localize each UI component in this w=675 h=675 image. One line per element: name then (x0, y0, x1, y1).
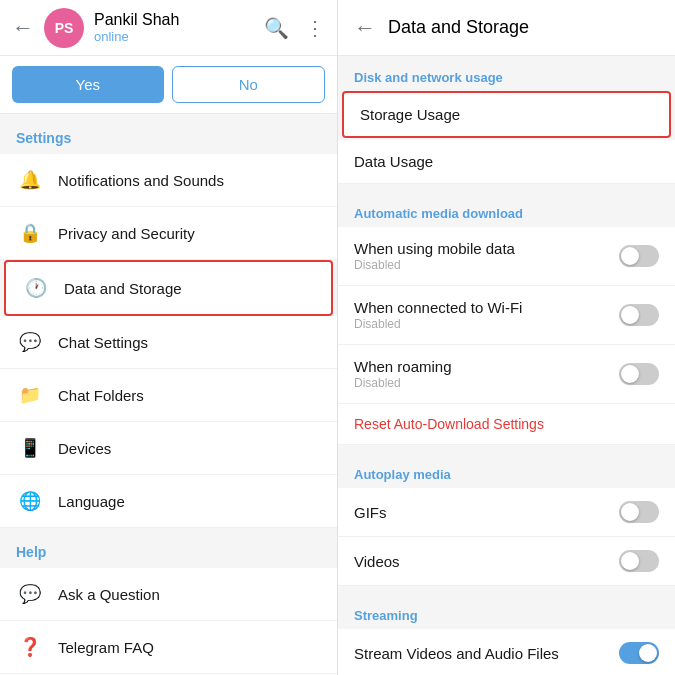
ask-icon: 💬 (16, 580, 44, 608)
notifications-icon: 🔔 (16, 166, 44, 194)
sidebar-item-label: Devices (58, 440, 111, 457)
no-button[interactable]: No (172, 66, 326, 103)
data-usage-item[interactable]: Data Usage (338, 140, 675, 184)
sidebar-item-data[interactable]: 🕐 Data and Storage (4, 260, 333, 316)
wifi-toggle[interactable] (619, 304, 659, 326)
sidebar-item-label: Language (58, 493, 125, 510)
reset-auto-download-link[interactable]: Reset Auto-Download Settings (338, 404, 675, 445)
settings-list: Settings 🔔 Notifications and Sounds 🔒 Pr… (0, 114, 337, 675)
disk-section-label: Disk and network usage (338, 56, 675, 91)
stream-videos-item[interactable]: Stream Videos and Audio Files (338, 629, 675, 675)
lock-icon: 🔒 (16, 219, 44, 247)
right-panel: ← Data and Storage Disk and network usag… (338, 0, 675, 675)
more-icon[interactable]: ⋮ (305, 16, 325, 40)
mobile-data-block: When using mobile data Disabled (354, 240, 619, 272)
header-icons: 🔍 ⋮ (264, 16, 325, 40)
gifs-label: GIFs (354, 504, 619, 521)
mobile-data-toggle[interactable] (619, 245, 659, 267)
settings-section-label: Settings (0, 114, 337, 154)
storage-usage-item[interactable]: Storage Usage (342, 91, 671, 138)
mobile-data-sub: Disabled (354, 258, 619, 272)
sidebar-item-language[interactable]: 🌐 Language (0, 475, 337, 528)
right-content: Disk and network usage Storage Usage Dat… (338, 56, 675, 675)
user-status: online (94, 29, 264, 44)
divider (338, 184, 675, 192)
videos-toggle[interactable] (619, 550, 659, 572)
sidebar-item-label: Data and Storage (64, 280, 182, 297)
wifi-sub: Disabled (354, 317, 619, 331)
avatar: PS (44, 8, 84, 48)
sidebar-item-label: Telegram FAQ (58, 639, 154, 656)
streaming-section-label: Streaming (338, 594, 675, 629)
sidebar-item-ask[interactable]: 💬 Ask a Question (0, 568, 337, 621)
sidebar-item-faq[interactable]: ❓ Telegram FAQ (0, 621, 337, 674)
roaming-item[interactable]: When roaming Disabled (338, 345, 675, 404)
sidebar-item-notifications[interactable]: 🔔 Notifications and Sounds (0, 154, 337, 207)
folder-icon: 📁 (16, 381, 44, 409)
videos-label: Videos (354, 553, 619, 570)
search-icon[interactable]: 🔍 (264, 16, 289, 40)
divider3 (338, 586, 675, 594)
yes-button[interactable]: Yes (12, 66, 164, 103)
device-icon: 📱 (16, 434, 44, 462)
sidebar-item-label: Ask a Question (58, 586, 160, 603)
videos-item[interactable]: Videos (338, 537, 675, 586)
page-title: Data and Storage (388, 17, 529, 38)
roaming-toggle[interactable] (619, 363, 659, 385)
clock-icon: 🕐 (22, 274, 50, 302)
sidebar-item-folders[interactable]: 📁 Chat Folders (0, 369, 337, 422)
help-section-label: Help (0, 528, 337, 568)
sidebar-item-label: Notifications and Sounds (58, 172, 224, 189)
sidebar-item-chat[interactable]: 💬 Chat Settings (0, 316, 337, 369)
globe-icon: 🌐 (16, 487, 44, 515)
sidebar-item-devices[interactable]: 📱 Devices (0, 422, 337, 475)
wifi-item[interactable]: When connected to Wi-Fi Disabled (338, 286, 675, 345)
roaming-title: When roaming (354, 358, 619, 375)
yes-no-bar: Yes No (0, 56, 337, 114)
chat-icon: 💬 (16, 328, 44, 356)
user-info: Pankil Shah online (94, 11, 264, 44)
data-usage-label: Data Usage (354, 153, 659, 170)
stream-videos-toggle[interactable] (619, 642, 659, 664)
user-name: Pankil Shah (94, 11, 264, 29)
right-header: ← Data and Storage (338, 0, 675, 56)
faq-icon: ❓ (16, 633, 44, 661)
sidebar-item-privacy[interactable]: 🔒 Privacy and Security (0, 207, 337, 260)
stream-videos-label: Stream Videos and Audio Files (354, 645, 619, 662)
back-button[interactable]: ← (12, 17, 34, 39)
storage-usage-label: Storage Usage (360, 106, 653, 123)
sidebar-item-label: Chat Folders (58, 387, 144, 404)
wifi-title: When connected to Wi-Fi (354, 299, 619, 316)
gifs-toggle[interactable] (619, 501, 659, 523)
auto-download-section-label: Automatic media download (338, 192, 675, 227)
wifi-block: When connected to Wi-Fi Disabled (354, 299, 619, 331)
gifs-item[interactable]: GIFs (338, 488, 675, 537)
left-panel: ← PS Pankil Shah online 🔍 ⋮ Yes No Setti… (0, 0, 338, 675)
mobile-data-title: When using mobile data (354, 240, 619, 257)
sidebar-item-label: Chat Settings (58, 334, 148, 351)
right-back-button[interactable]: ← (354, 15, 376, 41)
roaming-sub: Disabled (354, 376, 619, 390)
mobile-data-item[interactable]: When using mobile data Disabled (338, 227, 675, 286)
left-header: ← PS Pankil Shah online 🔍 ⋮ (0, 0, 337, 56)
autoplay-section-label: Autoplay media (338, 453, 675, 488)
divider2 (338, 445, 675, 453)
roaming-block: When roaming Disabled (354, 358, 619, 390)
sidebar-item-label: Privacy and Security (58, 225, 195, 242)
